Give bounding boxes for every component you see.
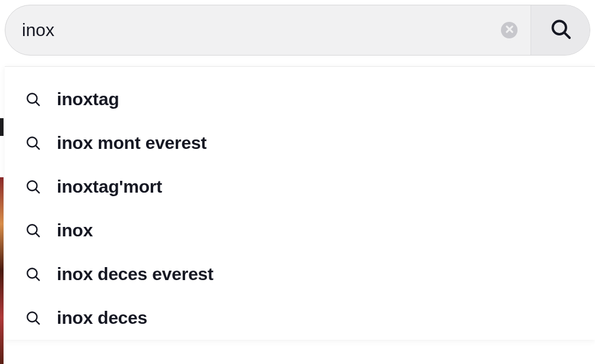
- suggestion-item[interactable]: inox deces everest: [5, 252, 595, 296]
- svg-line-7: [35, 189, 39, 193]
- search-bar: [5, 5, 590, 56]
- search-icon: [550, 18, 571, 42]
- suggestion-label: inox deces everest: [57, 264, 214, 284]
- clear-search-button[interactable]: [501, 22, 518, 38]
- search-icon: [25, 91, 41, 108]
- background-fragment: [0, 118, 4, 136]
- svg-line-11: [35, 277, 39, 280]
- suggestion-label: inox deces: [57, 308, 147, 328]
- suggestion-item[interactable]: inox deces: [5, 296, 595, 340]
- search-icon: [25, 310, 41, 326]
- svg-line-13: [35, 320, 39, 324]
- suggestion-label: inoxtag'mort: [57, 177, 162, 197]
- svg-line-9: [35, 233, 39, 236]
- svg-line-3: [35, 102, 39, 105]
- suggestion-item[interactable]: inox mont everest: [5, 121, 595, 165]
- suggestion-item[interactable]: inox: [5, 209, 595, 252]
- search-suggestions-panel: inoxtag inox mont everest inoxtag'mort i…: [5, 66, 595, 340]
- suggestion-item[interactable]: inoxtag: [5, 77, 595, 121]
- close-icon: [506, 25, 513, 35]
- suggestion-label: inox mont everest: [57, 133, 206, 153]
- suggestion-label: inox: [57, 220, 93, 240]
- svg-line-5: [35, 145, 39, 149]
- search-icon: [25, 266, 41, 282]
- search-icon: [25, 135, 41, 151]
- suggestion-item[interactable]: inoxtag'mort: [5, 165, 595, 209]
- search-icon: [25, 178, 41, 195]
- search-input[interactable]: [5, 5, 501, 55]
- svg-line-1: [564, 32, 570, 38]
- search-icon: [25, 222, 41, 239]
- background-image-strip: [0, 177, 4, 364]
- suggestion-label: inoxtag: [57, 89, 119, 109]
- search-button[interactable]: [531, 5, 590, 55]
